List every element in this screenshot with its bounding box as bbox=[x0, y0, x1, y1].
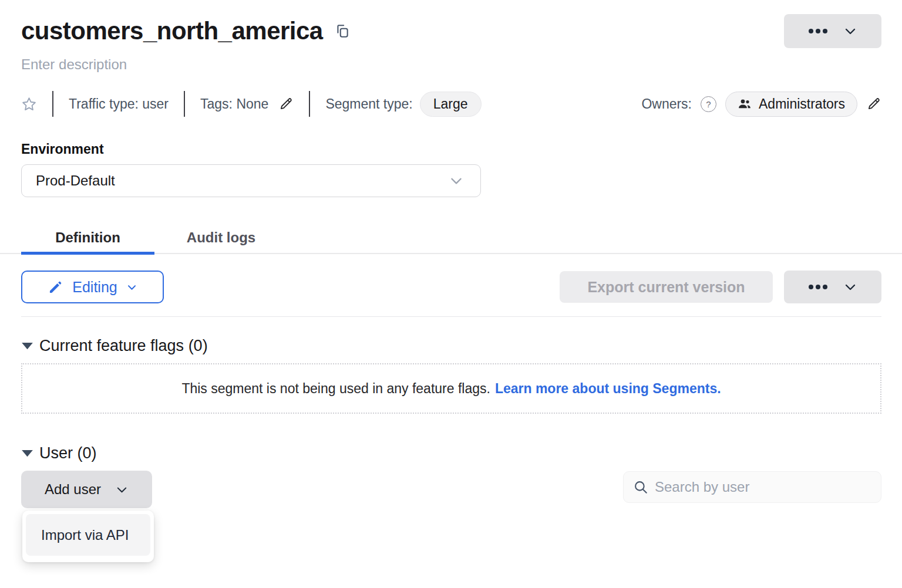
chevron-down-icon bbox=[126, 282, 137, 293]
empty-state-text: This segment is not being used in any fe… bbox=[181, 381, 490, 397]
pencil-icon bbox=[278, 96, 294, 111]
user-search-box bbox=[623, 471, 881, 503]
segment-type-group: Segment type: Large bbox=[325, 92, 481, 117]
user-section-header[interactable]: User (0) bbox=[21, 442, 881, 464]
divider bbox=[184, 91, 185, 117]
people-icon bbox=[738, 97, 752, 111]
edit-owners-button[interactable] bbox=[866, 96, 881, 111]
feature-flags-empty-state: This segment is not being used in any fe… bbox=[21, 363, 881, 414]
copy-icon bbox=[335, 23, 350, 39]
editing-mode-button[interactable]: Editing bbox=[21, 271, 164, 303]
tags-group: Tags: None bbox=[200, 96, 294, 112]
triangle-down-icon bbox=[21, 342, 33, 350]
search-icon bbox=[633, 479, 648, 495]
user-actions-row: Add user Import via API bbox=[21, 471, 881, 508]
definition-toolbar: Editing Export current version bbox=[21, 271, 881, 303]
divider bbox=[309, 91, 310, 117]
chevron-down-icon bbox=[449, 173, 464, 188]
owners-group: Owners: ? Administrators bbox=[641, 92, 881, 117]
star-icon bbox=[21, 96, 37, 112]
favorite-star-button[interactable] bbox=[21, 96, 37, 112]
tab-definition[interactable]: Definition bbox=[21, 222, 154, 253]
environment-label: Environment bbox=[21, 141, 881, 157]
traffic-type-label: Traffic type: user bbox=[69, 96, 169, 112]
user-heading: User (0) bbox=[39, 442, 97, 464]
divider bbox=[21, 316, 881, 317]
owners-help-icon[interactable]: ? bbox=[701, 96, 716, 112]
chevron-down-icon bbox=[115, 483, 129, 496]
segment-type-badge: Large bbox=[420, 92, 482, 117]
segment-type-label: Segment type: bbox=[325, 96, 412, 112]
ellipsis-icon bbox=[808, 284, 828, 290]
add-user-label: Add user bbox=[45, 481, 101, 498]
pencil-icon bbox=[866, 96, 881, 111]
divider bbox=[52, 91, 53, 117]
owners-value: Administrators bbox=[759, 96, 845, 112]
header-overflow-menu-button[interactable] bbox=[784, 14, 881, 48]
meta-left-group: Traffic type: user Tags: None Segment ty… bbox=[21, 91, 482, 117]
page-title: customers_north_america bbox=[21, 14, 323, 48]
learn-more-link[interactable]: Learn more about using Segments. bbox=[495, 381, 721, 397]
owners-label: Owners: bbox=[641, 96, 692, 112]
owners-badge[interactable]: Administrators bbox=[725, 92, 857, 117]
editing-label: Editing bbox=[72, 279, 117, 296]
segment-detail-page: customers_north_america Enter bbox=[0, 0, 902, 588]
toolbar-right-group: Export current version bbox=[560, 271, 881, 303]
tags-label: Tags: None bbox=[200, 96, 268, 112]
title-row: customers_north_america bbox=[21, 14, 881, 48]
export-current-version-button[interactable]: Export current version bbox=[560, 271, 773, 303]
copy-name-button[interactable] bbox=[334, 22, 351, 40]
add-user-button[interactable]: Add user bbox=[21, 471, 152, 508]
environment-select[interactable]: Prod-Default bbox=[21, 164, 481, 197]
chevron-down-icon bbox=[843, 280, 857, 294]
feature-flags-section-header[interactable]: Current feature flags (0) bbox=[21, 335, 881, 356]
ellipsis-icon bbox=[808, 28, 828, 34]
toolbar-overflow-menu-button[interactable] bbox=[784, 271, 881, 303]
environment-selected-value: Prod-Default bbox=[36, 173, 115, 189]
meta-row: Traffic type: user Tags: None Segment ty… bbox=[21, 90, 881, 117]
chevron-down-icon bbox=[843, 24, 857, 38]
edit-tags-button[interactable] bbox=[278, 96, 294, 111]
pencil-filled-icon bbox=[48, 279, 63, 295]
search-by-user-input[interactable] bbox=[655, 479, 871, 495]
feature-flags-heading: Current feature flags (0) bbox=[39, 335, 208, 356]
tab-audit-logs[interactable]: Audit logs bbox=[154, 222, 288, 253]
tab-bar: Definition Audit logs bbox=[0, 222, 902, 254]
title-group: customers_north_america bbox=[21, 14, 351, 48]
menu-item-import-via-api[interactable]: Import via API bbox=[26, 514, 150, 556]
description-placeholder[interactable]: Enter description bbox=[21, 56, 881, 73]
triangle-down-icon bbox=[21, 449, 33, 458]
add-user-dropdown-menu: Import via API bbox=[22, 511, 154, 562]
